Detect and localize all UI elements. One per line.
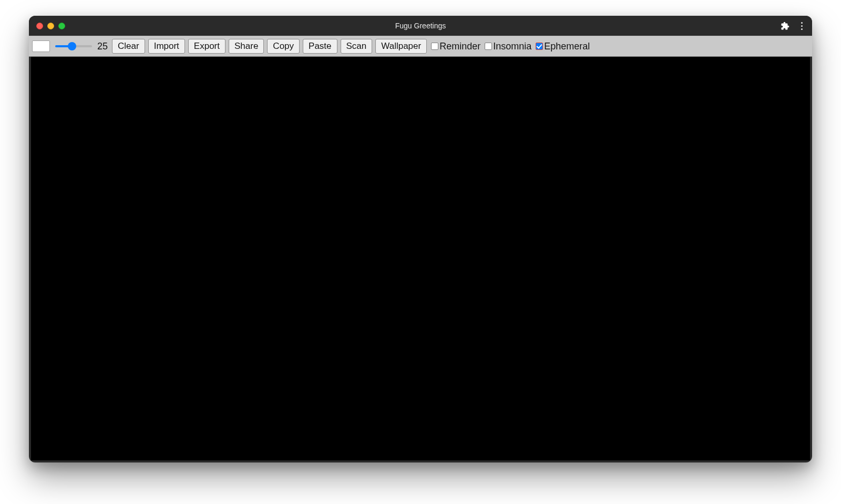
ephemeral-checkbox[interactable] bbox=[536, 43, 543, 50]
close-window-button[interactable] bbox=[36, 23, 43, 29]
ephemeral-label[interactable]: Ephemeral bbox=[544, 41, 590, 52]
window-controls bbox=[36, 23, 65, 29]
toolbar: 25 Clear Import Export Share Copy Paste … bbox=[29, 36, 812, 57]
color-picker[interactable] bbox=[32, 40, 50, 52]
minimize-window-button[interactable] bbox=[47, 23, 54, 29]
window-title: Fugu Greetings bbox=[395, 22, 446, 30]
menu-icon[interactable] bbox=[799, 20, 805, 32]
wallpaper-button[interactable]: Wallpaper bbox=[375, 39, 427, 54]
reminder-checkbox[interactable] bbox=[431, 43, 438, 50]
slider-thumb[interactable] bbox=[68, 42, 76, 50]
brush-size-value: 25 bbox=[97, 41, 108, 52]
titlebar: Fugu Greetings bbox=[29, 16, 812, 36]
brush-size-slider[interactable] bbox=[55, 42, 92, 51]
reminder-label[interactable]: Reminder bbox=[439, 41, 480, 52]
share-button[interactable]: Share bbox=[229, 39, 264, 54]
drawing-canvas[interactable] bbox=[31, 57, 810, 460]
paste-button[interactable]: Paste bbox=[303, 39, 337, 54]
insomnia-checkbox[interactable] bbox=[485, 43, 492, 50]
copy-button[interactable]: Copy bbox=[267, 39, 300, 54]
clear-button[interactable]: Clear bbox=[112, 39, 145, 54]
insomnia-label[interactable]: Insomnia bbox=[493, 41, 531, 52]
export-button[interactable]: Export bbox=[188, 39, 225, 54]
extension-icon[interactable] bbox=[781, 22, 789, 30]
maximize-window-button[interactable] bbox=[58, 23, 65, 29]
import-button[interactable]: Import bbox=[148, 39, 185, 54]
app-window: Fugu Greetings 25 Clear bbox=[29, 16, 812, 462]
scan-button[interactable]: Scan bbox=[341, 39, 373, 54]
